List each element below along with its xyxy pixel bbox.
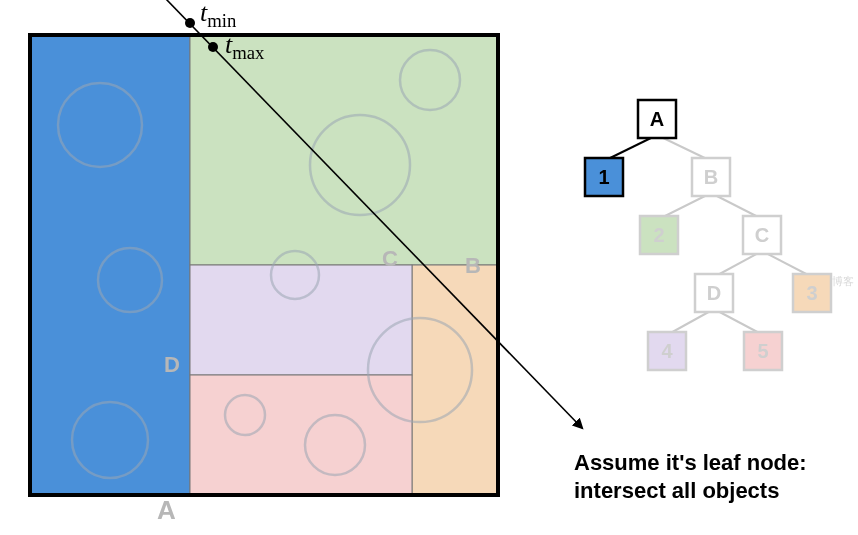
caption-line2: intersect all objects	[574, 478, 779, 504]
spatial-label-B: B	[465, 253, 481, 279]
region-4	[190, 265, 412, 375]
label-tmax: tmax	[225, 30, 264, 64]
tree-node-label: C	[755, 224, 769, 246]
region-2	[190, 35, 498, 265]
tree-node-label: 2	[653, 224, 664, 246]
region-1	[30, 35, 190, 495]
spatial-label-C: C	[382, 246, 398, 272]
tmax-point	[208, 42, 218, 52]
tmin-point	[185, 18, 195, 28]
watermark: 博客	[832, 274, 854, 289]
label-tmin: tmin	[200, 0, 236, 32]
caption-line1: Assume it's leaf node:	[574, 450, 807, 476]
tree-node-label: 3	[806, 282, 817, 304]
spatial-label-D: D	[164, 352, 180, 378]
tree-node-label: B	[704, 166, 718, 188]
tree-node-label: D	[707, 282, 721, 304]
region-5	[190, 375, 412, 495]
spatial-label-A: A	[157, 495, 176, 526]
tree-node-label: 4	[661, 340, 673, 362]
tree-node-label: 1	[598, 166, 609, 188]
tree-node-label: A	[650, 108, 664, 130]
region-3	[412, 265, 498, 495]
tree-node-label: 5	[757, 340, 768, 362]
